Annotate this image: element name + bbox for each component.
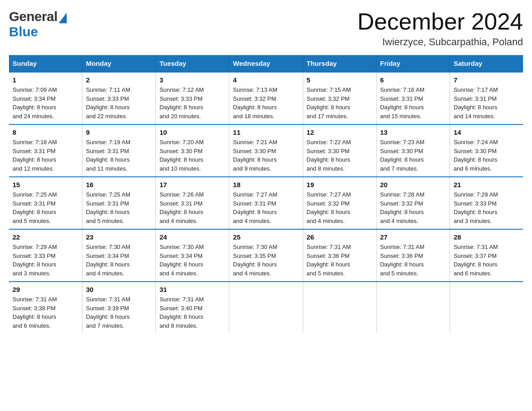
- day-info: Sunrise: 7:25 AMSunset: 3:31 PMDaylight:…: [86, 191, 130, 224]
- day-info: Sunrise: 7:19 AMSunset: 3:31 PMDaylight:…: [86, 139, 130, 172]
- calendar-week-row: 8 Sunrise: 7:18 AMSunset: 3:31 PMDayligh…: [9, 124, 523, 177]
- day-info: Sunrise: 7:22 AMSunset: 3:30 PMDaylight:…: [307, 139, 351, 172]
- column-header-saturday: Saturday: [450, 55, 523, 72]
- calendar-header-row: SundayMondayTuesdayWednesdayThursdayFrid…: [9, 55, 523, 72]
- column-header-tuesday: Tuesday: [156, 55, 229, 72]
- calendar-cell: 1 Sunrise: 7:09 AMSunset: 3:34 PMDayligh…: [9, 72, 82, 124]
- calendar-cell: 28 Sunrise: 7:31 AMSunset: 3:37 PMDaylig…: [450, 229, 523, 282]
- day-number: 3: [159, 76, 225, 84]
- calendar-cell: 13 Sunrise: 7:23 AMSunset: 3:30 PMDaylig…: [376, 124, 450, 177]
- calendar-cell: 26 Sunrise: 7:31 AMSunset: 3:36 PMDaylig…: [303, 229, 376, 282]
- logo: General Blue: [9, 9, 67, 39]
- column-header-friday: Friday: [376, 55, 450, 72]
- day-info: Sunrise: 7:30 AMSunset: 3:34 PMDaylight:…: [159, 244, 204, 277]
- calendar-cell: 2 Sunrise: 7:11 AMSunset: 3:33 PMDayligh…: [82, 72, 155, 124]
- calendar-cell: 19 Sunrise: 7:27 AMSunset: 3:32 PMDaylig…: [303, 177, 376, 229]
- calendar-cell: 24 Sunrise: 7:30 AMSunset: 3:34 PMDaylig…: [156, 229, 229, 282]
- page-header: General Blue December 2024 Iwierzyce, Su…: [9, 9, 523, 48]
- day-number: 6: [380, 76, 446, 84]
- calendar-cell: 5 Sunrise: 7:15 AMSunset: 3:32 PMDayligh…: [303, 72, 376, 124]
- day-info: Sunrise: 7:30 AMSunset: 3:35 PMDaylight:…: [233, 244, 277, 277]
- calendar-cell: 25 Sunrise: 7:30 AMSunset: 3:35 PMDaylig…: [229, 229, 303, 282]
- day-number: 4: [233, 76, 299, 84]
- calendar-cell: [229, 282, 303, 334]
- day-info: Sunrise: 7:31 AMSunset: 3:37 PMDaylight:…: [454, 244, 498, 277]
- day-number: 9: [86, 128, 152, 136]
- day-number: 16: [86, 181, 152, 188]
- calendar-cell: 10 Sunrise: 7:20 AMSunset: 3:30 PMDaylig…: [156, 124, 229, 177]
- calendar-cell: [303, 282, 376, 334]
- day-number: 20: [380, 181, 446, 188]
- day-info: Sunrise: 7:31 AMSunset: 3:36 PMDaylight:…: [380, 244, 425, 277]
- calendar-cell: 18 Sunrise: 7:27 AMSunset: 3:31 PMDaylig…: [229, 177, 303, 229]
- day-info: Sunrise: 7:28 AMSunset: 3:32 PMDaylight:…: [380, 191, 425, 224]
- column-header-sunday: Sunday: [9, 55, 82, 72]
- day-info: Sunrise: 7:20 AMSunset: 3:30 PMDaylight:…: [159, 139, 204, 172]
- calendar-cell: 6 Sunrise: 7:16 AMSunset: 3:31 PMDayligh…: [376, 72, 450, 124]
- day-number: 14: [454, 128, 519, 136]
- day-info: Sunrise: 7:29 AMSunset: 3:33 PMDaylight:…: [454, 191, 498, 224]
- calendar-cell: 14 Sunrise: 7:24 AMSunset: 3:30 PMDaylig…: [450, 124, 523, 177]
- calendar-cell: 22 Sunrise: 7:29 AMSunset: 3:33 PMDaylig…: [9, 229, 82, 282]
- day-number: 21: [454, 181, 519, 188]
- day-number: 11: [233, 128, 299, 136]
- day-number: 8: [13, 128, 78, 136]
- day-number: 13: [380, 128, 446, 136]
- calendar-cell: [376, 282, 450, 334]
- day-info: Sunrise: 7:21 AMSunset: 3:30 PMDaylight:…: [233, 139, 277, 172]
- calendar-cell: 12 Sunrise: 7:22 AMSunset: 3:30 PMDaylig…: [303, 124, 376, 177]
- calendar-cell: 11 Sunrise: 7:21 AMSunset: 3:30 PMDaylig…: [229, 124, 303, 177]
- day-info: Sunrise: 7:12 AMSunset: 3:33 PMDaylight:…: [159, 86, 204, 120]
- day-number: 12: [307, 128, 373, 136]
- day-number: 26: [307, 233, 373, 241]
- day-info: Sunrise: 7:31 AMSunset: 3:39 PMDaylight:…: [86, 296, 130, 329]
- page-title: December 2024: [357, 9, 523, 34]
- calendar-cell: [450, 282, 523, 334]
- calendar-cell: 30 Sunrise: 7:31 AMSunset: 3:39 PMDaylig…: [82, 282, 155, 334]
- calendar-cell: 21 Sunrise: 7:29 AMSunset: 3:33 PMDaylig…: [450, 177, 523, 229]
- day-number: 2: [86, 76, 152, 84]
- day-info: Sunrise: 7:16 AMSunset: 3:31 PMDaylight:…: [380, 86, 425, 120]
- day-number: 15: [13, 181, 78, 188]
- day-info: Sunrise: 7:15 AMSunset: 3:32 PMDaylight:…: [307, 86, 351, 120]
- calendar-week-row: 29 Sunrise: 7:31 AMSunset: 3:38 PMDaylig…: [9, 282, 523, 334]
- day-info: Sunrise: 7:26 AMSunset: 3:31 PMDaylight:…: [159, 191, 204, 224]
- day-number: 28: [454, 233, 519, 241]
- calendar-cell: 20 Sunrise: 7:28 AMSunset: 3:32 PMDaylig…: [376, 177, 450, 229]
- day-number: 31: [159, 286, 225, 293]
- column-header-monday: Monday: [82, 55, 155, 72]
- day-info: Sunrise: 7:23 AMSunset: 3:30 PMDaylight:…: [380, 139, 425, 172]
- day-number: 27: [380, 233, 446, 241]
- day-number: 22: [13, 233, 78, 241]
- calendar-week-row: 15 Sunrise: 7:25 AMSunset: 3:31 PMDaylig…: [9, 177, 523, 229]
- column-header-wednesday: Wednesday: [229, 55, 303, 72]
- logo-arrow-icon: [59, 13, 67, 23]
- day-info: Sunrise: 7:31 AMSunset: 3:38 PMDaylight:…: [13, 296, 57, 329]
- calendar-cell: 7 Sunrise: 7:17 AMSunset: 3:31 PMDayligh…: [450, 72, 523, 124]
- column-header-thursday: Thursday: [303, 55, 376, 72]
- day-info: Sunrise: 7:24 AMSunset: 3:30 PMDaylight:…: [454, 139, 498, 172]
- calendar-cell: 4 Sunrise: 7:13 AMSunset: 3:32 PMDayligh…: [229, 72, 303, 124]
- title-section: December 2024 Iwierzyce, Subcarpathia, P…: [357, 9, 523, 48]
- day-info: Sunrise: 7:11 AMSunset: 3:33 PMDaylight:…: [86, 86, 130, 120]
- day-info: Sunrise: 7:13 AMSunset: 3:32 PMDaylight:…: [233, 86, 277, 120]
- day-info: Sunrise: 7:27 AMSunset: 3:32 PMDaylight:…: [307, 191, 351, 224]
- calendar-cell: 15 Sunrise: 7:25 AMSunset: 3:31 PMDaylig…: [9, 177, 82, 229]
- calendar-cell: 29 Sunrise: 7:31 AMSunset: 3:38 PMDaylig…: [9, 282, 82, 334]
- calendar-week-row: 1 Sunrise: 7:09 AMSunset: 3:34 PMDayligh…: [9, 72, 523, 124]
- logo-general-text: General: [9, 9, 57, 24]
- day-info: Sunrise: 7:30 AMSunset: 3:34 PMDaylight:…: [86, 244, 130, 277]
- day-number: 25: [233, 233, 299, 241]
- day-number: 24: [159, 233, 225, 241]
- day-number: 19: [307, 181, 373, 188]
- day-number: 5: [307, 76, 373, 84]
- day-number: 10: [159, 128, 225, 136]
- logo-blue-text: Blue: [9, 24, 67, 39]
- calendar-week-row: 22 Sunrise: 7:29 AMSunset: 3:33 PMDaylig…: [9, 229, 523, 282]
- calendar-cell: 23 Sunrise: 7:30 AMSunset: 3:34 PMDaylig…: [82, 229, 155, 282]
- day-info: Sunrise: 7:18 AMSunset: 3:31 PMDaylight:…: [13, 139, 57, 172]
- calendar-cell: 17 Sunrise: 7:26 AMSunset: 3:31 PMDaylig…: [156, 177, 229, 229]
- day-number: 17: [159, 181, 225, 188]
- day-info: Sunrise: 7:31 AMSunset: 3:40 PMDaylight:…: [159, 296, 204, 329]
- day-info: Sunrise: 7:25 AMSunset: 3:31 PMDaylight:…: [13, 191, 57, 224]
